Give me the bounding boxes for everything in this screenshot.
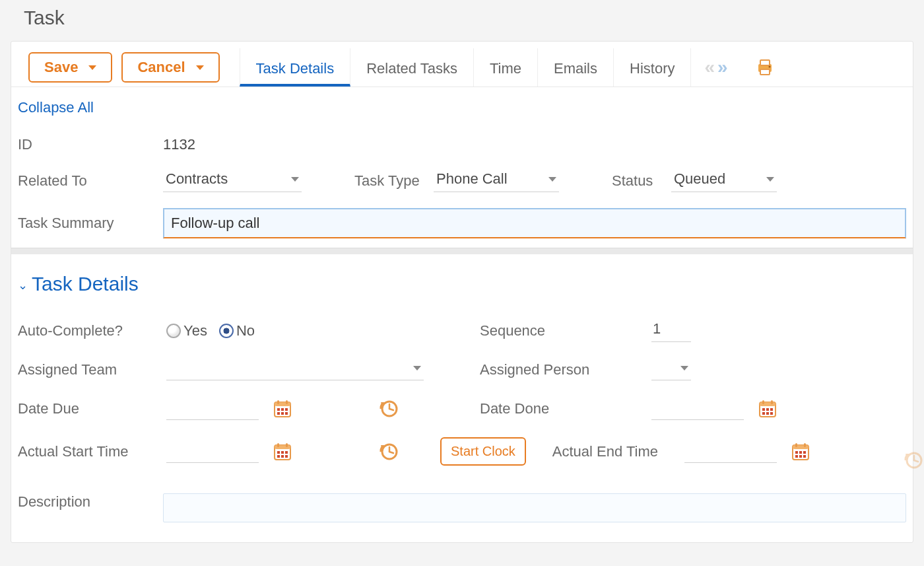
id-row: ID 1132 [18, 128, 906, 161]
calendar-icon[interactable] [790, 441, 811, 462]
auto-complete-no-label: No [236, 322, 255, 339]
status-select[interactable]: Queued [671, 169, 777, 192]
chevron-down-icon [88, 65, 96, 70]
history-clock-icon[interactable] [904, 450, 924, 471]
tab-time[interactable]: Time [474, 48, 538, 87]
section-title: Task Details [32, 273, 139, 295]
tabs: Task Details Related Tasks Time Emails H… [240, 48, 692, 87]
actual-end-input[interactable] [684, 441, 777, 463]
calendar-icon[interactable] [757, 398, 778, 419]
autocomplete-row: Auto-Complete? Yes No Sequence [18, 314, 906, 354]
chevron-down-icon [766, 177, 774, 182]
page-title: Task [0, 0, 924, 41]
date-done-label: Date Done [480, 400, 651, 417]
save-button-label: Save [44, 59, 78, 76]
tab-prev-icon[interactable]: « [704, 57, 715, 78]
date-due-label: Date Due [18, 400, 166, 417]
calendar-icon[interactable] [272, 441, 293, 462]
auto-complete-no-radio[interactable] [219, 324, 234, 338]
form-body: Collapse All ID 1132 Related To Contract… [11, 87, 913, 530]
date-done-input[interactable] [651, 398, 744, 420]
actual-start-label: Actual Start Time [18, 443, 166, 460]
tab-related-tasks[interactable]: Related Tasks [350, 48, 474, 87]
task-type-value: Phone Call [436, 170, 508, 188]
id-label: ID [18, 136, 163, 153]
task-summary-row: Task Summary [18, 200, 906, 246]
assigned-person-label: Assigned Person [480, 361, 651, 378]
related-to-value: Contracts [166, 170, 228, 188]
print-icon[interactable] [754, 57, 776, 78]
tab-emails[interactable]: Emails [538, 48, 614, 87]
description-textarea[interactable] [163, 493, 906, 522]
assigned-person-select[interactable] [651, 359, 691, 380]
history-clock-icon[interactable] [379, 398, 400, 419]
save-button[interactable]: Save [28, 52, 112, 83]
dates-row: Date Due Date Done [18, 392, 906, 432]
tab-task-details[interactable]: Task Details [240, 48, 351, 87]
id-value: 1132 [163, 136, 195, 153]
chevron-down-icon [548, 177, 556, 182]
status-label: Status [612, 172, 671, 190]
sequence-label: Sequence [480, 322, 651, 339]
assigned-team-select[interactable] [166, 359, 424, 380]
history-clock-icon[interactable] [379, 441, 400, 462]
task-type-label: Task Type [354, 172, 434, 190]
toolbar: Save Cancel Task Details Related Tasks T… [11, 42, 913, 87]
tab-scroll-nav: « » [704, 57, 727, 78]
auto-complete-label: Auto-Complete? [18, 322, 166, 339]
task-type-select[interactable]: Phone Call [434, 169, 559, 192]
actual-end-label: Actual End Time [552, 443, 684, 460]
actual-times-row: Actual Start Time Start Clock Actual End… [18, 432, 906, 478]
section-task-details-toggle[interactable]: ⌄ Task Details [18, 270, 906, 314]
divider [11, 248, 913, 254]
status-value: Queued [674, 170, 725, 188]
related-to-label: Related To [18, 172, 163, 190]
description-row: Description [18, 478, 906, 530]
auto-complete-yes-label: Yes [183, 322, 207, 339]
assigned-team-label: Assigned Team [18, 361, 166, 378]
start-clock-button[interactable]: Start Clock [440, 437, 526, 466]
task-summary-input[interactable] [163, 208, 906, 238]
sequence-input[interactable] [651, 319, 691, 342]
date-due-input[interactable] [166, 398, 259, 420]
tab-next-icon[interactable]: » [717, 57, 728, 78]
calendar-icon[interactable] [272, 398, 293, 419]
task-summary-label: Task Summary [18, 215, 163, 232]
auto-complete-yes-radio[interactable] [166, 324, 181, 338]
related-to-select[interactable]: Contracts [163, 169, 302, 192]
chevron-down-icon [680, 366, 688, 371]
task-panel: Save Cancel Task Details Related Tasks T… [11, 41, 913, 543]
chevron-down-icon [413, 366, 421, 371]
description-label: Description [18, 493, 163, 511]
cancel-button[interactable]: Cancel [121, 52, 219, 83]
chevron-down-icon: ⌄ [18, 278, 28, 293]
actual-start-input[interactable] [166, 441, 259, 463]
chevron-down-icon [291, 177, 299, 182]
tab-history[interactable]: History [614, 48, 691, 87]
cancel-button-label: Cancel [137, 59, 185, 76]
classification-row: Related To Contracts Task Type Phone Cal… [18, 161, 906, 200]
chevron-down-icon [196, 65, 204, 70]
assignment-row: Assigned Team Assigned Person [18, 354, 906, 392]
collapse-all-link[interactable]: Collapse All [18, 99, 906, 128]
